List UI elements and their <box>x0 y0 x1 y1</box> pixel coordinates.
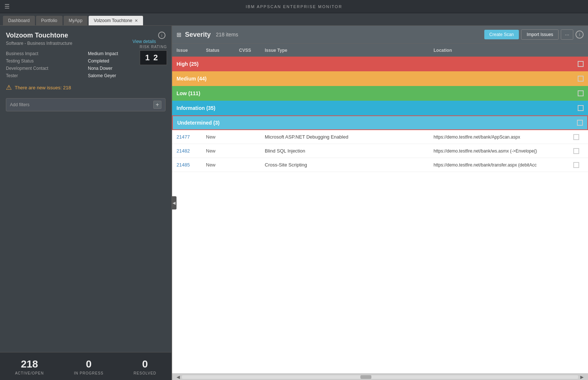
issue-link-2[interactable]: 21485 <box>177 162 190 168</box>
severity-icon: ⊞ <box>177 31 181 38</box>
stat-resolved: 0 RESOLVED <box>133 358 156 376</box>
table-row: 21477 New Microsoft ASP.NET Debugging En… <box>172 130 588 144</box>
tabs-bar: Dashboard Portfolio MyApp Volzoom Toucht… <box>0 13 588 26</box>
import-issues-button[interactable]: Import Issues <box>521 29 559 40</box>
panel-info-icon[interactable]: i <box>575 31 584 39</box>
col-header-cvss: CVSS <box>239 48 265 53</box>
severity-label-information: Information (35) <box>177 105 578 111</box>
view-details-link[interactable]: View details <box>132 39 156 44</box>
create-scan-button[interactable]: Create Scan <box>484 30 519 39</box>
risk-rating-label: RISK RATING <box>140 45 167 49</box>
table-row: 21485 New Cross-Site Scripting https://d… <box>172 158 588 172</box>
stat-number-1: 0 <box>74 358 103 370</box>
status-1: New <box>206 148 239 154</box>
risk-val1: 1 <box>145 53 150 62</box>
stat-number-2: 0 <box>133 358 156 370</box>
issue-link-1[interactable]: 21482 <box>177 148 190 154</box>
issues-header: ⊞ Severity 218 items Create Scan Import … <box>172 26 588 43</box>
row-checkbox-2[interactable] <box>573 162 579 168</box>
meta-value-2: Nona Dower <box>88 66 165 71</box>
location-0: https://demo.testfire.net/bank/AppScan.a… <box>434 135 573 140</box>
col-header-status: Status <box>206 48 239 53</box>
issues-body: High (25) Medium (44) Low (111) Informat… <box>172 57 588 373</box>
issue-link-0[interactable]: 21477 <box>177 134 190 140</box>
header-actions: Create Scan Import Issues ··· i <box>484 29 584 40</box>
stat-label-0: ACTIVE/OPEN <box>15 371 44 375</box>
undetermined-select-checkbox[interactable] <box>577 120 583 126</box>
stat-in-progress: 0 IN PROGRESS <box>74 358 103 376</box>
information-select-checkbox[interactable] <box>578 105 584 111</box>
meta-label-1: Testing Status <box>6 58 83 64</box>
severity-row-undetermined[interactable]: Undetermined (3) <box>172 115 588 130</box>
tab-portfolio-label: Portfolio <box>41 18 57 23</box>
location-2: https://demo.testfire.net/bank/transfer.… <box>434 162 573 168</box>
app-title: IBM APPSCAN ENTERPRISE MONITOR <box>246 4 342 9</box>
app-title-row: Volzoom Touchtone i <box>6 32 165 39</box>
new-issues-text: There are new issues: 218 <box>15 85 71 90</box>
risk-rating-section: RISK RATING 1 2 <box>140 45 167 65</box>
main-layout: Volzoom Touchtone i Software - Business … <box>0 26 588 380</box>
items-count: 218 items <box>216 32 238 37</box>
app-name: Volzoom Touchtone <box>6 32 68 39</box>
location-1: https://demo.testfire.net/bank/ws.asmx (… <box>434 148 573 154</box>
row-checkbox-0[interactable] <box>573 134 579 140</box>
hamburger-icon[interactable]: ☰ <box>4 3 10 10</box>
meta-label-2: Development Contact <box>6 66 83 71</box>
scroll-left-arrow[interactable]: ◀ <box>177 374 180 380</box>
sidebar-content: Volzoom Touchtone i Software - Business … <box>0 26 171 352</box>
horizontal-scrollbar[interactable]: ◀ ▶ <box>172 373 588 380</box>
col-header-issue: Issue <box>177 48 206 53</box>
tab-portfolio[interactable]: Portfolio <box>36 16 63 25</box>
table-row: 21482 New Blind SQL Injection https://de… <box>172 144 588 158</box>
severity-label-high: High (25) <box>177 61 578 67</box>
sidebar: Volzoom Touchtone i Software - Business … <box>0 26 172 380</box>
severity-row-medium[interactable]: Medium (44) <box>172 71 588 86</box>
tab-dashboard-label: Dashboard <box>8 18 30 23</box>
meta-label-3: Tester <box>6 73 83 78</box>
severity-row-information[interactable]: Information (35) <box>172 101 588 115</box>
meta-value-3: Salome Geyer <box>88 73 165 78</box>
scroll-thumb[interactable] <box>360 375 371 379</box>
risk-val2: 2 <box>153 53 158 62</box>
top-bar: ☰ IBM APPSCAN ENTERPRISE MONITOR <box>0 0 588 13</box>
add-filters-plus-button[interactable]: + <box>153 101 161 109</box>
sidebar-info-icon[interactable]: i <box>158 32 165 39</box>
issuetype-1: Blind SQL Injection <box>265 148 434 154</box>
tab-myapp-label: MyApp <box>69 18 82 23</box>
tab-close-icon[interactable]: ✕ <box>135 18 138 23</box>
severity-label-undetermined: Undetermined (3) <box>177 120 577 126</box>
tab-volzoom-label: Volzoom Touchtone <box>94 18 132 23</box>
low-select-checkbox[interactable] <box>578 90 584 96</box>
status-0: New <box>206 134 239 140</box>
col-header-location: Location <box>434 48 573 53</box>
stat-number-0: 218 <box>15 358 44 370</box>
severity-label-medium: Medium (44) <box>177 76 578 82</box>
col-header-issuetype: Issue Type <box>265 48 434 53</box>
meta-label-0: Business Impact <box>6 51 83 56</box>
high-select-checkbox[interactable] <box>578 61 584 67</box>
new-issues-warning: ⚠ There are new issues: 218 <box>6 83 165 92</box>
stat-label-1: IN PROGRESS <box>74 371 103 375</box>
table-header: Issue Status CVSS Issue Type Location <box>172 43 588 57</box>
tab-dashboard[interactable]: Dashboard <box>3 16 35 25</box>
issuetype-0: Microsoft ASP.NET Debugging Enabled <box>265 134 434 140</box>
sidebar-collapse-button[interactable]: ◀ <box>171 196 177 209</box>
scroll-right-arrow[interactable]: ▶ <box>580 374 584 380</box>
stat-label-2: RESOLVED <box>133 371 156 375</box>
add-filters-bar[interactable]: Add filters + <box>6 98 165 111</box>
more-options-button[interactable]: ··· <box>561 29 573 40</box>
warning-icon: ⚠ <box>6 83 12 92</box>
severity-row-low[interactable]: Low (111) <box>172 86 588 101</box>
tab-volzoom[interactable]: Volzoom Touchtone ✕ <box>89 16 143 25</box>
severity-label-low: Low (111) <box>177 90 578 96</box>
severity-row-high[interactable]: High (25) <box>172 57 588 71</box>
risk-rating-box: 1 2 <box>140 50 167 65</box>
issuetype-2: Cross-Site Scripting <box>265 162 434 168</box>
tab-myapp[interactable]: MyApp <box>64 16 88 25</box>
row-checkbox-1[interactable] <box>573 148 579 154</box>
status-2: New <box>206 162 239 168</box>
severity-title: Severity <box>185 31 211 39</box>
medium-select-checkbox[interactable] <box>578 76 584 82</box>
scroll-track[interactable] <box>182 375 578 379</box>
add-filters-label: Add filters <box>10 102 29 107</box>
